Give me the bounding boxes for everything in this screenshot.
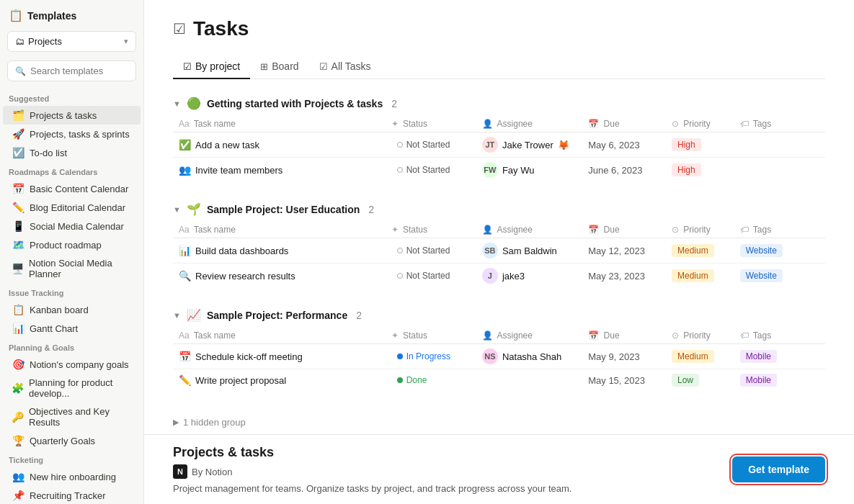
table-row[interactable]: ✏️ Write project proposal Done [173, 369, 825, 392]
task-1-1-assignee: JT Jake Trower 🦊 [482, 137, 577, 153]
table-row[interactable]: 📅 Schedule kick-off meeting In Progress … [173, 344, 825, 369]
hidden-group-row[interactable]: ▶ 1 hidden group [173, 411, 825, 433]
table-row[interactable]: 👥 Invite team members Not Started FW [173, 158, 825, 183]
col-header-tags-3: 🏷 Tags [734, 328, 825, 344]
avatar: JT [482, 137, 498, 153]
col-header-assignee-3: 👤 Assignee [476, 328, 582, 344]
sidebar-item-new-hire[interactable]: 👥 New hire onboarding [3, 467, 141, 486]
task-2-2-name: Review research results [195, 271, 295, 282]
group-getting-started: ▼ 🟢 Getting started with Projects & task… [173, 96, 825, 182]
search-icon: 🔍 [15, 66, 26, 76]
sidebar-item-quarterly-goals[interactable]: 🏆 Quarterly Goals [3, 431, 141, 450]
sidebar-item-todo[interactable]: ☑️ To-do list [3, 143, 141, 162]
board-icon: ⊞ [260, 61, 268, 72]
sidebar-section-planning: Planning & Goals 🎯 Notion's company goal… [0, 338, 143, 450]
sidebar-title: Templates [27, 10, 76, 22]
task-2-1-assignee: SB Sam Baldwin [482, 243, 577, 258]
task-3-2-name: Write project proposal [195, 375, 286, 386]
sidebar: 📋 Templates 🗂Projects ▾ 🔍 Suggested 🗂️ P… [0, 0, 144, 504]
avatar: NS [482, 348, 498, 364]
sidebar-item-label: Projects & tasks [30, 110, 97, 121]
task-2-1-status: Not Started [391, 244, 456, 257]
group-3-header: ▼ 📈 Sample Project: Performance 2 [173, 308, 825, 322]
table-row[interactable]: 📊 Build data dashboards Not Started SB [173, 238, 825, 264]
sidebar-item-blog-editorial[interactable]: ✏️ Blog Editorial Calendar [3, 198, 141, 217]
footer-by: N By Notion [173, 464, 571, 479]
task-2-1-name: Build data dashboards [195, 246, 288, 256]
task-1-1-emoji: ✅ [179, 139, 191, 150]
table-row[interactable]: ✅ Add a new task Not Started JT J [173, 132, 825, 158]
sidebar-item-gantt[interactable]: 📊 Gantt Chart [3, 319, 141, 338]
group-3-title: Sample Project: Performance [207, 310, 347, 321]
task-2-2-due: May 23, 2023 [588, 271, 645, 282]
search-box[interactable]: 🔍 [7, 60, 136, 81]
task-2-1-due: May 12, 2023 [588, 246, 645, 256]
task-3-1-status: In Progress [391, 350, 456, 363]
sidebar-item-basic-content-cal[interactable]: 📅 Basic Content Calendar [3, 179, 141, 198]
col-header-tags-1: 🏷 Tags [734, 116, 825, 132]
col-header-priority-2: ⊙ Priority [666, 222, 734, 238]
section-label-suggested: Suggested [0, 89, 143, 106]
sidebar-item-social-media-cal[interactable]: 📱 Social Media Calendar [3, 217, 141, 235]
avatar: SB [482, 243, 498, 258]
task-1-2-priority: High [672, 163, 701, 176]
notion-logo-icon: N [173, 464, 187, 479]
sidebar-item-notion-social-planner[interactable]: 🖥️ Notion Social Media Planner [3, 254, 141, 283]
projects-dropdown[interactable]: 🗂Projects ▾ [7, 31, 136, 52]
group-2-emoji: 🌱 [187, 202, 201, 216]
group-1-emoji: 🟢 [187, 96, 201, 110]
search-input[interactable] [30, 66, 128, 76]
dropdown-label: 🗂Projects [15, 36, 62, 47]
templates-icon: 📋 [9, 9, 23, 22]
task-3-2-status: Done [391, 374, 433, 387]
group-2-header: ▼ 🌱 Sample Project: User Education 2 [173, 202, 825, 216]
task-3-2-emoji: ✏️ [179, 374, 191, 386]
sidebar-item-planning-product[interactable]: 🧩 Planning for product develop... [3, 374, 141, 402]
footer-by-label: By Notion [192, 467, 232, 477]
avatar: FW [482, 162, 498, 178]
sidebar-item-kanban[interactable]: 📋 Kanban board [3, 300, 141, 319]
sidebar-item-recruiting[interactable]: 📌 Recruiting Tracker [3, 486, 141, 504]
task-1-1-due: May 6, 2023 [588, 140, 640, 150]
tab-board[interactable]: ⊞ Board [250, 55, 308, 79]
tab-all-tasks[interactable]: ☑ All Tasks [309, 55, 381, 79]
task-2-2-tag: Website [740, 269, 783, 282]
sidebar-section-issue-tracking: Issue Tracking 📋 Kanban board 📊 Gantt Ch… [0, 283, 143, 338]
sidebar-header: 📋 Templates [0, 0, 143, 28]
all-tasks-icon: ☑ [319, 61, 328, 72]
sidebar-item-projects-tasks[interactable]: 🗂️ Projects & tasks [3, 106, 141, 125]
col-header-name-2: Aa Task name [173, 222, 386, 238]
group-3-table: Aa Task name ✦ Status 👤 Assignee 📅 Due ⊙… [173, 328, 825, 391]
sidebar-item-label: Planning for product develop... [29, 377, 132, 399]
page-title: Tasks [193, 17, 249, 40]
task-1-2-status: Not Started [391, 163, 456, 176]
sidebar-item-product-roadmap[interactable]: 🗺️ Product roadmap [3, 235, 141, 254]
group-3-toggle[interactable]: ▼ [173, 311, 181, 320]
group-2-toggle[interactable]: ▼ [173, 205, 181, 214]
group-performance: ▼ 📈 Sample Project: Performance 2 Aa Tas… [173, 308, 825, 391]
task-1-2-due: June 6, 2023 [588, 165, 642, 176]
tab-by-project[interactable]: ☑ By project [173, 55, 250, 79]
sidebar-item-company-goals[interactable]: 🎯 Notion's company goals [3, 355, 141, 374]
page-title-icon: ☑ [173, 20, 186, 37]
sidebar-item-label: Notion Social Media Planner [29, 258, 132, 279]
group-3-emoji: 📈 [187, 308, 201, 322]
sidebar-item-projects-tasks-sprints[interactable]: 🚀 Projects, tasks & sprints [3, 125, 141, 143]
group-1-toggle[interactable]: ▼ [173, 99, 181, 108]
tab-all-tasks-label: All Tasks [332, 60, 371, 72]
table-row[interactable]: 🔍 Review research results Not Started J [173, 264, 825, 289]
chevron-down-icon: ▾ [124, 37, 128, 46]
task-2-2-status: Not Started [391, 269, 456, 282]
col-header-assignee-2: 👤 Assignee [476, 222, 582, 238]
task-2-2-emoji: 🔍 [179, 270, 191, 282]
sidebar-section-roadmaps: Roadmaps & Calendars 📅 Basic Content Cal… [0, 162, 143, 283]
group-2-title: Sample Project: User Education [207, 204, 360, 215]
task-1-1-status: Not Started [391, 138, 456, 151]
col-header-status-2: ✦ Status [386, 222, 476, 238]
task-2-1-tag: Website [740, 244, 783, 257]
sidebar-item-label: To-do list [30, 148, 67, 158]
sidebar-section-suggested: Suggested 🗂️ Projects & tasks 🚀 Projects… [0, 89, 143, 162]
page-title-row: ☑ Tasks [173, 17, 825, 40]
sidebar-item-okr[interactable]: 🔑 Objectives and Key Results [3, 402, 141, 431]
get-template-button[interactable]: Get template [732, 456, 825, 482]
